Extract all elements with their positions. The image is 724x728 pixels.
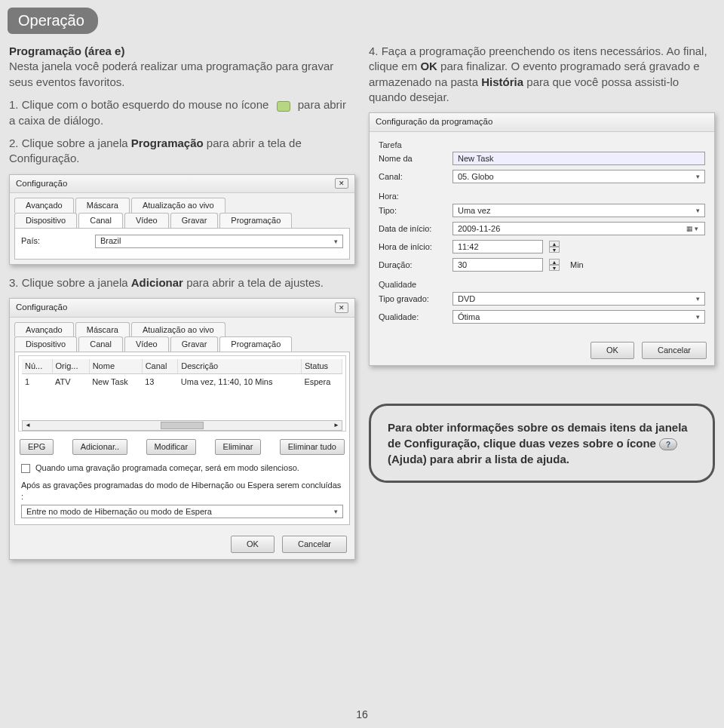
col-nome[interactable]: Nome [89, 359, 142, 373]
canal-select[interactable]: 05. Globo [452, 170, 705, 183]
after-recording-select[interactable]: Entre no modo de Hibernação ou modo de E… [21, 505, 343, 518]
dialog-title: Configuração [16, 178, 67, 190]
tarefa-group: Tarefa [379, 140, 705, 151]
modificar-button[interactable]: Modificar [146, 439, 197, 455]
cancelar-button[interactable]: Cancelar [642, 342, 707, 359]
tab-atualizacao[interactable]: Atualização ao vivo [131, 198, 225, 213]
after-recording-label: Após as gravações programadas do modo de… [21, 481, 341, 501]
gear-icon [272, 98, 295, 113]
help-icon: ? [659, 438, 677, 450]
hora-inicio-input[interactable]: 11:42 [452, 240, 543, 253]
tab-gravar[interactable]: Gravar [170, 336, 219, 352]
step3-text-b: para abrir a tela de ajustes. [186, 276, 324, 289]
right-column: 4. Faça a programação preenchendo os ite… [369, 44, 715, 570]
eliminar-tudo-button[interactable]: Eliminar tudo [280, 439, 345, 455]
step2-text-a: 2. Clique sobre a janela [9, 137, 131, 149]
screenshot-config-schedule-list: Configuração ✕ Avançado Máscara Atualiza… [9, 298, 355, 560]
tipo-gravado-select[interactable]: DVD [452, 292, 705, 306]
close-icon[interactable]: ✕ [335, 178, 348, 189]
screenshot-config-country: Configuração ✕ Avançado Máscara Atualiza… [9, 174, 355, 265]
note-text-b: (Ajuda) para abrir a lista de ajuda. [388, 453, 569, 465]
tab-dispositivo[interactable]: Dispositivo [14, 213, 77, 228]
info-callout: Para obter informações sobre os demais i… [369, 404, 715, 483]
qualidade-group: Qualidade [379, 279, 705, 290]
step4-bold-historia: História [481, 75, 523, 88]
duracao-label: Duração: [379, 260, 446, 271]
duracao-unit: Min [570, 260, 584, 271]
silent-mode-label: Quando uma gravação programada começar, … [35, 463, 299, 472]
tab-video[interactable]: Vídeo [124, 336, 169, 352]
left-column: Programação (área e) Nesta janela você p… [9, 44, 355, 570]
adicionar-button[interactable]: Adicionar.. [72, 439, 127, 455]
programacao-heading: Programação (área e) [9, 45, 124, 57]
table-row[interactable]: 1 ATV New Task 13 Uma vez, 11:40, 10 Min… [22, 374, 342, 390]
col-num[interactable]: Nú... [22, 359, 52, 373]
tipo-label: Tipo: [379, 205, 446, 217]
silent-mode-checkbox[interactable] [21, 464, 30, 473]
nome-label: Nome da [379, 153, 446, 164]
tab-avancado[interactable]: Avançado [14, 322, 74, 337]
note-text-a: Para obter informações sobre os demais i… [388, 421, 688, 450]
tab-canal[interactable]: Canal [78, 213, 123, 228]
qualidade-select[interactable]: Ótima [452, 310, 705, 324]
step3-bold: Adicionar [131, 276, 183, 289]
intro-text: Nesta janela você poderá realizar uma pr… [9, 60, 333, 88]
cancelar-button[interactable]: Cancelar [282, 536, 347, 553]
horizontal-scrollbar[interactable]: ◄ ► [22, 420, 342, 431]
data-inicio-label: Data de início: [379, 223, 446, 235]
close-icon[interactable]: ✕ [335, 303, 348, 313]
canal-label: Canal: [379, 171, 446, 183]
dialog-title: Configuração da programação [376, 116, 492, 128]
ok-button[interactable]: OK [591, 342, 634, 359]
step2-bold: Programação [131, 137, 204, 149]
hora-group: Hora: [379, 191, 705, 202]
tab-video[interactable]: Vídeo [124, 213, 169, 228]
pais-select[interactable]: Brazil [95, 235, 343, 248]
hora-inicio-label: Hora de início: [379, 241, 446, 253]
col-canal[interactable]: Canal [142, 359, 178, 373]
col-status[interactable]: Status [301, 359, 342, 373]
screenshot-schedule-config: Configuração da programação Tarefa Nome … [369, 112, 715, 366]
page-number: 16 [0, 708, 724, 720]
scroll-thumb[interactable] [161, 422, 204, 429]
tab-programacao[interactable]: Programação [219, 336, 292, 352]
eliminar-button[interactable]: Eliminar [215, 439, 262, 455]
schedule-table: Nú... Orig... Nome Canal Descrição Statu… [22, 359, 342, 390]
col-desc[interactable]: Descrição [178, 359, 302, 373]
tab-programacao[interactable]: Programação [219, 213, 292, 228]
tab-dispositivo[interactable]: Dispositivo [14, 336, 77, 352]
pais-label: País: [21, 235, 89, 247]
duracao-input[interactable]: 30 [452, 258, 543, 272]
tab-atualizacao[interactable]: Atualização ao vivo [131, 322, 225, 337]
hora-stepper[interactable]: ▲▼ [549, 241, 560, 253]
ok-button[interactable]: OK [231, 536, 275, 553]
epg-button[interactable]: EPG [20, 439, 54, 455]
step3-text-a: 3. Clique sobre a janela [9, 276, 131, 289]
tab-canal[interactable]: Canal [78, 336, 123, 352]
dialog-title: Configuração [16, 302, 67, 314]
col-orig[interactable]: Orig... [52, 359, 89, 373]
duracao-stepper[interactable]: ▲▼ [549, 259, 560, 271]
scroll-right-icon[interactable]: ► [331, 422, 342, 430]
scroll-left-icon[interactable]: ◄ [23, 422, 33, 430]
step1-text-a: 1. Clique com o botão esquerdo do mouse … [9, 98, 272, 111]
tab-mascara[interactable]: Máscara [75, 322, 130, 337]
data-inicio-input[interactable]: 2009-11-26 [452, 222, 705, 235]
tab-avancado[interactable]: Avançado [14, 198, 74, 213]
qualidade-label: Qualidade: [379, 312, 446, 323]
tab-gravar[interactable]: Gravar [170, 213, 219, 228]
tab-mascara[interactable]: Máscara [75, 198, 130, 213]
step4-bold-ok: OK [420, 60, 437, 72]
tipo-select[interactable]: Uma vez [452, 204, 705, 217]
tipo-gravado-label: Tipo gravado: [379, 293, 446, 305]
nome-input[interactable]: New Task [452, 152, 705, 165]
section-badge: Operação [8, 8, 98, 34]
